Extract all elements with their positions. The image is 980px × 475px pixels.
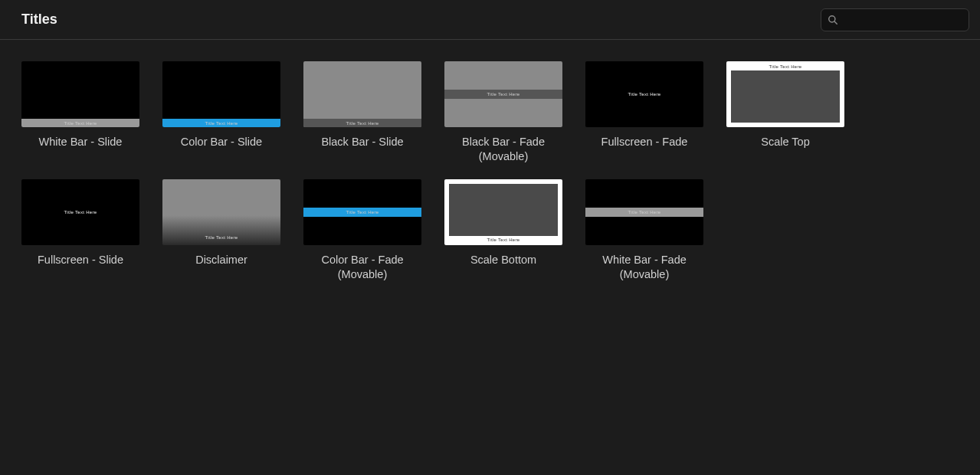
- title-white-bar-fade[interactable]: Title Text Here White Bar - Fade (Movabl…: [585, 179, 703, 282]
- titles-grid: Title Text Here White Bar - Slide Title …: [0, 40, 980, 281]
- thumb-text: Title Text Here: [628, 210, 661, 215]
- title-scale-bottom[interactable]: Title Text Here Scale Bottom: [444, 179, 562, 282]
- title-label: Scale Bottom: [470, 253, 536, 267]
- thumbnail: Title Text Here: [162, 179, 280, 245]
- thumbnail: Title Text Here: [162, 61, 280, 127]
- thumbnail: Title Text Here: [585, 61, 703, 127]
- title-label: Black Bar - Fade (Movable): [444, 135, 562, 164]
- thumbnail: Title Text Here: [726, 61, 844, 127]
- title-label: Fullscreen - Fade: [601, 135, 688, 149]
- thumb-text: Title Text Here: [346, 210, 379, 215]
- thumb-text: Title Text Here: [205, 235, 238, 240]
- title-disclaimer[interactable]: Title Text Here Disclaimer: [162, 179, 280, 282]
- header: Titles: [0, 0, 980, 40]
- page-title: Titles: [21, 11, 57, 28]
- thumbnail: Title Text Here: [585, 179, 703, 245]
- search-field[interactable]: [821, 8, 969, 31]
- title-scale-top[interactable]: Title Text Here Scale Top: [726, 61, 844, 164]
- title-fullscreen-fade[interactable]: Title Text Here Fullscreen - Fade: [585, 61, 703, 164]
- title-label: Color Bar - Fade (Movable): [303, 253, 421, 282]
- thumb-text: Title Text Here: [628, 92, 661, 97]
- title-black-bar-slide[interactable]: Title Text Here Black Bar - Slide: [303, 61, 421, 164]
- thumb-text: Title Text Here: [487, 92, 520, 97]
- title-label: White Bar - Fade (Movable): [585, 253, 703, 282]
- thumbnail: Title Text Here: [444, 61, 562, 127]
- title-black-bar-fade[interactable]: Title Text Here Black Bar - Fade (Movabl…: [444, 61, 562, 164]
- thumb-text: Title Text Here: [346, 121, 379, 126]
- title-fullscreen-slide[interactable]: Title Text Here Fullscreen - Slide: [21, 179, 139, 282]
- svg-line-1: [834, 21, 837, 24]
- thumb-text: Title Text Here: [64, 210, 97, 215]
- title-label: Scale Top: [761, 135, 809, 149]
- search-input[interactable]: [843, 14, 972, 25]
- thumbnail: Title Text Here: [444, 179, 562, 245]
- thumb-text: Title Text Here: [769, 64, 802, 69]
- title-label: Fullscreen - Slide: [38, 253, 123, 267]
- thumb-text: Title Text Here: [205, 121, 238, 126]
- thumbnail: Title Text Here: [21, 179, 139, 245]
- thumbnail: Title Text Here: [303, 179, 421, 245]
- title-color-bar-slide[interactable]: Title Text Here Color Bar - Slide: [162, 61, 280, 164]
- title-label: White Bar - Slide: [39, 135, 123, 149]
- thumbnail: Title Text Here: [21, 61, 139, 127]
- title-label: Color Bar - Slide: [181, 135, 262, 149]
- search-icon: [828, 15, 838, 25]
- title-white-bar-slide[interactable]: Title Text Here White Bar - Slide: [21, 61, 139, 164]
- thumb-text: Title Text Here: [487, 238, 520, 242]
- title-label: Black Bar - Slide: [321, 135, 403, 149]
- title-label: Disclaimer: [195, 253, 247, 267]
- thumbnail: Title Text Here: [303, 61, 421, 127]
- title-color-bar-fade[interactable]: Title Text Here Color Bar - Fade (Movabl…: [303, 179, 421, 282]
- thumb-text: Title Text Here: [64, 121, 97, 126]
